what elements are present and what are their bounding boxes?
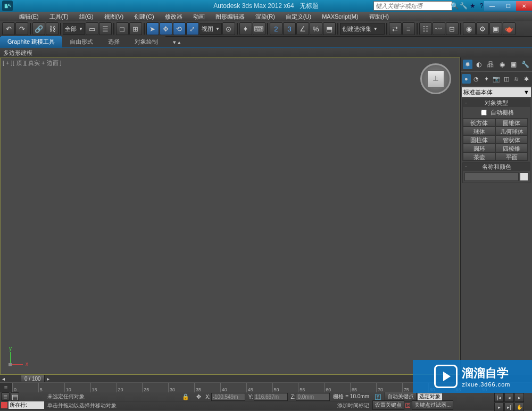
curve-editor-icon[interactable]: 〰 xyxy=(433,22,445,35)
mirror-icon[interactable]: ⇄ xyxy=(389,22,402,35)
unlink-icon[interactable]: ⛓ xyxy=(46,22,59,35)
move-icon[interactable]: ✥ xyxy=(160,22,172,35)
window-crossing-icon[interactable]: ⊞ xyxy=(129,22,142,35)
spacewarps-icon[interactable]: ≋ xyxy=(512,74,521,84)
ribbon-tab-freeform[interactable]: 自由形式 xyxy=(62,36,101,47)
obj-torus[interactable]: 圆环 xyxy=(463,144,495,152)
mini-curve-icon[interactable]: ≡ xyxy=(0,383,12,392)
timeslider-prev-icon[interactable]: ◂ xyxy=(2,376,5,382)
search-icon[interactable]: 🔍 xyxy=(451,2,458,10)
category-dropdown[interactable]: 标准基本体▼ xyxy=(462,87,531,97)
viewport[interactable]: [ + ][ 顶 ][ 真实 + 边面 ] 上 xyxy=(0,57,460,375)
viewport-label[interactable]: [ + ][ 顶 ][ 真实 + 边面 ] xyxy=(3,59,62,67)
utilities-tab-icon[interactable]: 🔧 xyxy=(520,60,530,69)
listener-icon[interactable]: ▤ xyxy=(11,392,19,401)
shapes-icon[interactable]: ◔ xyxy=(472,74,481,84)
schematic-icon[interactable]: ⊟ xyxy=(446,22,459,35)
menu-edit[interactable]: 编辑(E) xyxy=(15,12,43,22)
coord-x[interactable]: -100.549m xyxy=(211,393,245,401)
menu-modifiers[interactable]: 修改器 xyxy=(161,12,187,22)
named-selection-dropdown[interactable]: 创建选择集▼ xyxy=(340,23,385,35)
help-search-input[interactable] xyxy=(373,1,452,11)
geometry-icon[interactable]: ● xyxy=(462,74,471,84)
menu-maxscript[interactable]: MAXScript(M) xyxy=(318,12,362,21)
select-rect-icon[interactable]: ◻ xyxy=(116,22,129,35)
menu-views[interactable]: 视图(V) xyxy=(100,12,128,22)
menu-customize[interactable]: 自定义(U) xyxy=(281,12,315,22)
obj-cylinder[interactable]: 圆柱体 xyxy=(463,135,495,144)
key-icon[interactable]: 🔧 xyxy=(460,2,467,10)
app-menu-icon[interactable]: �དྷ xyxy=(2,1,13,11)
maximize-button[interactable]: ☐ xyxy=(500,1,516,11)
pan-icon[interactable]: ✋ xyxy=(514,402,524,411)
play-icon[interactable]: ▸ xyxy=(514,393,524,402)
menu-create[interactable]: 创建(C) xyxy=(130,12,158,22)
set-key-button[interactable]: 设置关键点 xyxy=(372,400,404,410)
material-editor-icon[interactable]: ◉ xyxy=(463,22,476,35)
ribbon-panel-label[interactable]: 多边形建模 xyxy=(3,49,32,57)
rollout-header-name[interactable]: 名称和颜色 xyxy=(463,163,530,171)
viewcube[interactable]: 上 xyxy=(420,63,451,94)
align-icon[interactable]: ≡ xyxy=(402,22,415,35)
key-filters-button[interactable]: 关键点过滤器... xyxy=(412,400,453,410)
obj-pyramid[interactable]: 四棱锥 xyxy=(495,144,528,152)
render-setup-icon[interactable]: ⚙ xyxy=(476,22,489,35)
obj-teapot[interactable]: 茶壶 xyxy=(463,152,495,161)
viewcube-face[interactable]: 上 xyxy=(427,70,444,87)
lock-icon[interactable]: 🔒 xyxy=(182,393,189,400)
obj-geosphere[interactable]: 几何球体 xyxy=(495,127,528,135)
ref-coord-dropdown[interactable]: 视图▼ xyxy=(200,23,222,35)
menu-grapheditors[interactable]: 图形编辑器 xyxy=(211,12,249,22)
menu-help[interactable]: 帮助(H) xyxy=(365,12,393,22)
key-target-dropdown[interactable]: 选定对象 xyxy=(418,393,442,400)
link-icon[interactable]: 🔗 xyxy=(32,22,45,35)
scale-icon[interactable]: ⤢ xyxy=(186,22,199,35)
time-slider-handle[interactable]: 0 / 100 xyxy=(21,375,45,382)
display-tab-icon[interactable]: ▣ xyxy=(509,60,518,69)
undo-icon[interactable]: ↶ xyxy=(2,22,15,35)
menu-tools[interactable]: 工具(T) xyxy=(45,12,73,22)
obj-sphere[interactable]: 球体 xyxy=(463,127,495,135)
cameras-icon[interactable]: 📷 xyxy=(492,74,501,84)
layer-dropdown[interactable]: 所在行: xyxy=(9,401,44,409)
menu-rendering[interactable]: 渲染(R) xyxy=(251,12,279,22)
keyboard-icon[interactable]: ⌨ xyxy=(253,22,265,35)
maxscript-icon[interactable]: ≡ xyxy=(1,392,10,401)
systems-icon[interactable]: ✱ xyxy=(522,74,531,84)
close-button[interactable]: ✕ xyxy=(516,1,532,11)
transform-type-icon[interactable]: ✥ xyxy=(195,393,202,400)
render-frame-icon[interactable]: ▣ xyxy=(489,22,502,35)
add-time-tag[interactable]: 添加时间标记 xyxy=(337,402,369,409)
spinner-snap-icon[interactable]: ⬒ xyxy=(323,22,336,35)
key-mode-icon[interactable]: ⚿ xyxy=(405,402,411,408)
key-icon[interactable]: ⚿ xyxy=(375,393,381,401)
select-object-icon[interactable]: ➤ xyxy=(146,22,159,35)
timeslider-next-icon[interactable]: ▸ xyxy=(47,376,49,382)
next-frame-icon[interactable]: ▸ xyxy=(494,402,504,411)
pivot-icon[interactable]: ⊙ xyxy=(222,22,235,35)
angle-snap-icon[interactable]: ∠ xyxy=(296,22,309,35)
rollout-header-objtype[interactable]: 对象类型 xyxy=(463,99,530,107)
color-swatch[interactable] xyxy=(520,172,528,181)
manipulate-icon[interactable]: ✦ xyxy=(239,22,252,35)
selection-filter-dropdown[interactable]: 全部▼ xyxy=(63,23,85,35)
percent-snap-icon[interactable]: % xyxy=(310,22,322,35)
goto-end-icon[interactable]: ▸| xyxy=(504,402,514,411)
obj-tube[interactable]: 管状体 xyxy=(495,135,528,144)
star-icon[interactable]: ★ xyxy=(469,2,476,10)
coord-z[interactable]: 0.0mm xyxy=(296,393,330,401)
ribbon-tab-graphite[interactable]: Graphite 建模工具 xyxy=(0,36,62,47)
object-name-input[interactable] xyxy=(464,172,519,181)
minimize-button[interactable]: — xyxy=(484,1,500,11)
motion-tab-icon[interactable]: ◉ xyxy=(497,60,507,69)
snap-3d-icon[interactable]: 3 xyxy=(283,22,296,35)
obj-box[interactable]: 长方体 xyxy=(463,118,495,127)
ribbon-tab-selection[interactable]: 选择 xyxy=(101,36,127,47)
redo-icon[interactable]: ↷ xyxy=(15,22,28,35)
coord-y[interactable]: 116.667m xyxy=(254,393,288,401)
select-name-icon[interactable]: ☰ xyxy=(99,22,112,35)
select-icon[interactable]: ▭ xyxy=(86,22,98,35)
helpers-icon[interactable]: ◫ xyxy=(502,74,511,84)
modify-tab-icon[interactable]: ◐ xyxy=(474,60,484,69)
hierarchy-tab-icon[interactable]: 品 xyxy=(486,60,495,69)
